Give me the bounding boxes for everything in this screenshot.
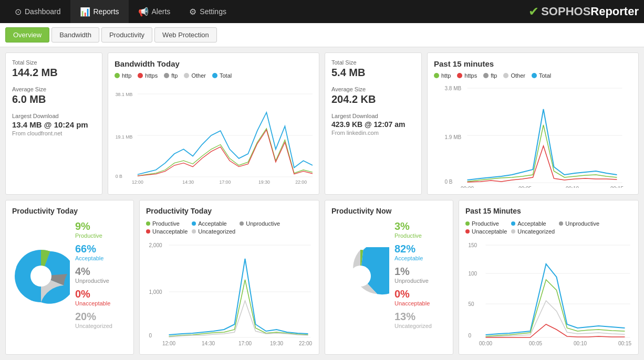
svg-text:0: 0 xyxy=(469,333,472,338)
prod-now-pie xyxy=(331,247,389,305)
legend-other-15: Other xyxy=(503,72,525,79)
svg-text:00:15: 00:15 xyxy=(618,341,631,346)
svg-text:00:00: 00:00 xyxy=(479,341,492,346)
legend-https: https xyxy=(138,72,158,79)
legend-productive-p15: Productive xyxy=(465,220,507,227)
svg-text:19.1 MB: 19.1 MB xyxy=(116,134,133,140)
nav-settings[interactable]: ⚙ Settings xyxy=(180,0,236,23)
svg-text:00:00: 00:00 xyxy=(461,186,474,188)
svg-text:00:05: 00:05 xyxy=(518,186,532,188)
legend-ftp: ftp xyxy=(164,72,178,79)
svg-text:19:30: 19:30 xyxy=(270,341,283,346)
legend-http-15: http xyxy=(434,72,451,79)
svg-text:0: 0 xyxy=(149,333,152,338)
svg-text:17:00: 17:00 xyxy=(238,341,252,346)
tab-web-protection[interactable]: Web Protection xyxy=(154,27,217,43)
svg-point-22 xyxy=(30,266,51,287)
tab-bandwidth[interactable]: Bandwidth xyxy=(51,27,99,43)
prod-today-pie-stats: 9% Productive 66% Acceptable 4% Unproduc… xyxy=(12,220,127,331)
past-15min-chart: 3.8 MB 1.9 MB 0 B 00:00 00:05 00:10 00:1… xyxy=(434,83,632,188)
nav-alerts[interactable]: 📢 Alerts xyxy=(129,0,180,23)
past-15min-prod-chart: 150 100 50 0 00:00 00:05 00:10 00:15 xyxy=(465,238,632,348)
svg-point-34 xyxy=(350,266,371,287)
svg-text:00:15: 00:15 xyxy=(610,186,624,188)
reports-icon: 📊 xyxy=(80,7,90,17)
legend-productive-pt: Productive xyxy=(146,220,188,227)
bandwidth-row: Total Size 144.2 MB Average Size 6.0 MB … xyxy=(5,52,639,195)
svg-text:50: 50 xyxy=(469,301,475,307)
prod-today-chart-legend: Productive Unacceptable Acceptable Uncat… xyxy=(146,220,313,235)
bandwidth-stats-card: Total Size 144.2 MB Average Size 6.0 MB … xyxy=(5,52,102,195)
svg-text:1,000: 1,000 xyxy=(149,289,162,295)
prod-today-pie xyxy=(12,247,70,305)
svg-text:00:10: 00:10 xyxy=(574,341,587,346)
legend-uncategorized-p15: Uncategorized xyxy=(511,228,555,235)
legend-unacceptable-pt: Unacceptable xyxy=(146,228,188,235)
productivity-today-chart-card: Productivity Today Productive Unacceptab… xyxy=(139,200,319,355)
svg-text:00:05: 00:05 xyxy=(529,341,542,346)
legend-total-15: Total xyxy=(532,72,551,79)
svg-text:19:30: 19:30 xyxy=(258,179,270,185)
legend-acceptable-pt: Acceptable xyxy=(192,220,235,227)
logo-text: SOPHOSReporter xyxy=(541,5,639,18)
nav-dashboard[interactable]: ⊙ Dashboard xyxy=(5,0,70,23)
legend-acceptable-p15: Acceptable xyxy=(511,220,555,227)
bandwidth-today-chart: 38.1 MB 19.1 MB 0 B 12:00 14:30 17:00 19… xyxy=(115,83,313,188)
logo: ✔ SOPHOSReporter xyxy=(528,4,639,19)
past15-legend: http https ftp Other Total xyxy=(434,72,632,79)
svg-text:14:30: 14:30 xyxy=(182,179,194,185)
bandwidth-today-card: Bandwidth Today http https ftp Other Tot… xyxy=(108,52,319,195)
top-navigation: ⊙ Dashboard 📊 Reports 📢 Alerts ⚙ Setting… xyxy=(0,0,644,23)
svg-text:38.1 MB: 38.1 MB xyxy=(116,92,133,97)
svg-text:0 B: 0 B xyxy=(445,179,453,185)
svg-text:0 B: 0 B xyxy=(116,174,122,179)
svg-text:150: 150 xyxy=(469,242,477,248)
svg-text:2,000: 2,000 xyxy=(149,242,162,248)
dashboard-icon: ⊙ xyxy=(15,7,22,17)
past-15min-prod-card: Past 15 Minutes Productive Unacceptable … xyxy=(459,200,639,355)
prod-now-pie-stats: 3% Productive 82% Acceptable 1% Unproduc… xyxy=(331,220,446,331)
bandwidth-15min-stats-card: Total Size 5.4 MB Average Size 204.2 KB … xyxy=(325,52,422,195)
main-content: Total Size 144.2 MB Average Size 6.0 MB … xyxy=(0,47,644,360)
legend-ftp-15: ftp xyxy=(483,72,497,79)
legend-http: http xyxy=(115,72,131,79)
svg-text:14:30: 14:30 xyxy=(202,341,215,346)
svg-text:12:00: 12:00 xyxy=(162,341,175,346)
legend-https-15: https xyxy=(457,72,477,79)
productivity-row: Productivity Today xyxy=(5,200,639,355)
svg-text:3.8 MB: 3.8 MB xyxy=(445,86,462,91)
nav-reports[interactable]: 📊 Reports xyxy=(70,0,129,23)
legend-unproductive-p15: Unproductive xyxy=(559,220,599,227)
prod-now-stats: 3% Productive 82% Acceptable 1% Unproduc… xyxy=(394,220,432,331)
past-15min-card: Past 15 minutes http https ftp Other Tot… xyxy=(427,52,639,195)
past15-prod-legend: Productive Unacceptable Acceptable Uncat… xyxy=(465,220,632,235)
legend-total: Total xyxy=(212,72,232,79)
alerts-icon: 📢 xyxy=(138,7,149,17)
logo-check-icon: ✔ xyxy=(528,4,539,19)
productivity-now-card: Productivity Now xyxy=(325,200,453,355)
bandwidth-today-legend: http https ftp Other Total xyxy=(115,72,313,79)
settings-icon: ⚙ xyxy=(189,7,196,17)
legend-unacceptable-p15: Unacceptable xyxy=(465,228,507,235)
svg-text:17:00: 17:00 xyxy=(219,179,231,185)
svg-text:100: 100 xyxy=(469,271,477,277)
svg-text:00:10: 00:10 xyxy=(566,186,579,188)
svg-text:22:00: 22:00 xyxy=(299,341,312,346)
legend-uncategorized-pt: Uncategorized xyxy=(192,228,235,235)
prod-today-stats: 9% Productive 66% Acceptable 4% Unproduc… xyxy=(75,220,112,331)
tab-productivity[interactable]: Productivity xyxy=(101,27,152,43)
prod-today-chart: 2,000 1,000 0 12:00 14:30 17:00 19:30 22… xyxy=(146,238,313,348)
legend-unproductive-pt: Unproductive xyxy=(240,220,280,227)
tab-overview[interactable]: Overview xyxy=(5,27,49,43)
svg-text:22:00: 22:00 xyxy=(295,179,307,185)
productivity-today-pie-card: Productivity Today xyxy=(5,200,134,355)
legend-other: Other xyxy=(184,72,206,79)
svg-text:1.9 MB: 1.9 MB xyxy=(445,134,462,140)
svg-text:12:00: 12:00 xyxy=(132,179,143,185)
sub-navigation: Overview Bandwidth Productivity Web Prot… xyxy=(0,23,644,47)
